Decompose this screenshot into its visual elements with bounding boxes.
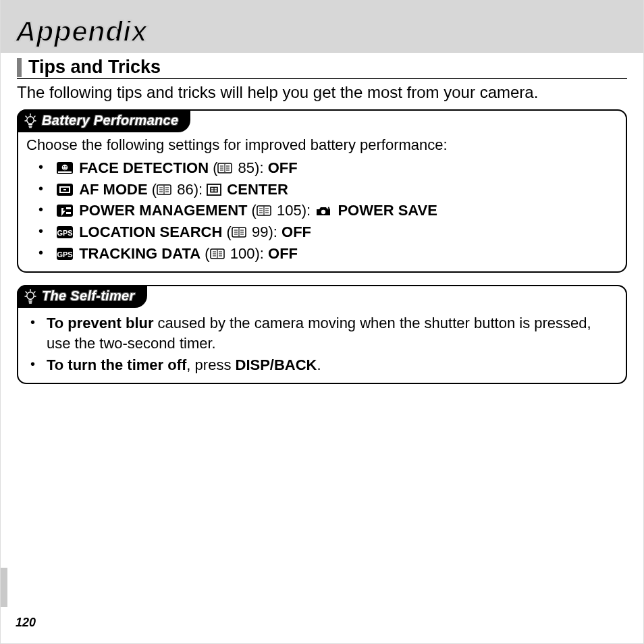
setting-name: POWER MANAGEMENT [79,202,247,219]
tip-box-battery: Battery Performance Choose the following… [17,109,627,273]
af-mode-icon [56,182,74,195]
power-mgmt-icon [56,203,74,216]
section-title: Tips and Tricks [28,57,161,78]
page-number: 99 [252,223,268,240]
page-frame: Appendix Tips and Tricks The following t… [0,0,644,644]
page-ref-icon [217,159,232,171]
svg-point-0 [27,116,34,123]
setting-name: FACE DETECTION [79,159,209,176]
paren-close: ): [268,223,281,240]
svg-text:GPS: GPS [57,250,72,259]
paren-close: ): [254,245,268,262]
list-item: POWER MANAGEMENT ( 105): POWER SAVE [26,200,618,221]
rest-text: , press [186,356,235,373]
content: Tips and Tricks The following tips and t… [1,53,643,384]
list-item: AF MODE ( 86): CENTER [26,180,618,200]
paren-close: ): [302,202,315,219]
tip-selftimer-list: To prevent blur caused by the camera mov… [26,313,618,375]
setting-name: TRACKING DATA [79,245,200,262]
svg-text:GPS: GPS [57,229,72,237]
header-bar: Appendix [1,0,643,53]
button-ref: DISP/BACK [236,356,317,373]
list-item: FACE DETECTION ( 85): OFF [26,158,618,178]
tip-box-selftimer: The Self-timer To prevent blur caused by… [17,285,627,384]
setting-value: OFF [268,245,298,262]
end-text: . [317,356,321,373]
svg-point-4 [65,166,67,167]
page-number: 100 [230,245,255,262]
tip-battery-intro: Choose the following settings for improv… [26,135,618,155]
gps-icon: GPS [56,246,74,259]
gps-icon: GPS [56,224,74,238]
side-tab [1,568,7,607]
list-item: GPS LOCATION SEARCH ( 99): OFF [26,222,618,242]
section-intro: The following tips and tricks will help … [17,82,627,103]
setting-value: POWER SAVE [338,202,437,219]
paren-open: ( [152,181,157,198]
page-number: 86 [177,181,193,198]
setting-name: LOCATION SEARCH [79,223,222,240]
paren-open: ( [213,159,217,176]
paren-open: ( [227,223,232,240]
svg-rect-10 [63,189,66,190]
paren-close: ): [194,181,207,198]
setting-value: CENTER [227,181,288,198]
paren-open: ( [205,245,209,262]
page-number: 85 [238,159,254,176]
page-ref-icon [257,202,271,214]
page-ref-icon [210,245,225,257]
face-detection-icon [56,160,74,173]
lead-bold: To turn the timer off [47,356,186,373]
page-title: Appendix [16,16,147,48]
svg-rect-5 [58,171,72,173]
list-item: GPS TRACKING DATA ( 100): OFF [26,244,618,264]
svg-point-3 [63,166,64,167]
svg-point-18 [321,210,325,214]
tip-tab-label: The Self-timer [42,287,135,305]
paren-close: ): [254,159,268,176]
tip-battery-list: FACE DETECTION ( 85): OFF AF MODE ( 86): [26,158,618,263]
lightbulb-icon [24,113,37,129]
paren-open: ( [252,202,257,219]
setting-name: AF MODE [79,181,147,198]
list-item: To prevent blur caused by the camera mov… [26,313,618,353]
setting-value: OFF [281,223,311,240]
setting-value: OFF [268,159,298,176]
lead-bold: To prevent blur [47,315,154,331]
tip-tab-selftimer: The Self-timer [17,285,147,308]
tip-tab-battery: Battery Performance [17,109,190,132]
center-icon [207,181,221,193]
svg-rect-15 [66,207,71,209]
page-number: 120 [16,616,36,630]
tip-tab-label: Battery Performance [42,111,178,130]
page-ref-icon [232,223,246,236]
section-heading-row: Tips and Tricks [17,57,627,79]
page-number: 105 [277,202,302,219]
section-accent-bar [17,58,22,77]
svg-point-25 [27,292,34,299]
lightbulb-icon [24,288,37,304]
power-save-icon [315,203,332,216]
svg-rect-16 [66,212,71,214]
list-item: To turn the timer off, press DISP/BACK. [26,355,618,375]
page-ref-icon [157,181,171,193]
